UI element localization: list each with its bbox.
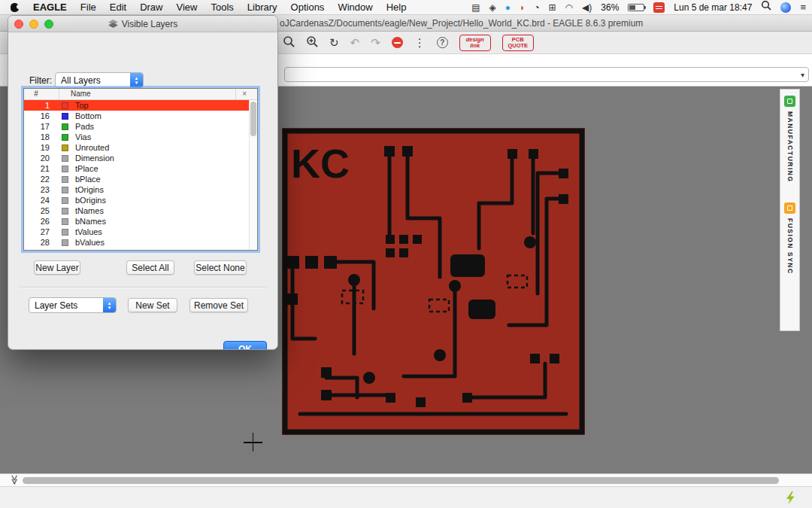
bPlace[interactable]: 22 bPlace	[24, 174, 249, 184]
tOrigins[interactable]: 23 tOrigins	[24, 184, 249, 195]
divider	[19, 287, 267, 288]
app-menu-eagle[interactable]: EAGLE	[26, 0, 74, 15]
volume-icon[interactable]: ◀)	[582, 0, 592, 15]
siri-icon[interactable]	[780, 2, 791, 13]
teal-app-icon[interactable]: ●	[505, 0, 511, 15]
wifi-icon[interactable]: ◠	[565, 0, 573, 15]
layer-color-swatch[interactable]	[62, 123, 68, 130]
clock-icon[interactable]: ◔	[534, 0, 539, 15]
layer-color-swatch[interactable]	[62, 239, 68, 246]
filter-dropdown[interactable]: All Layers ▲▼	[55, 72, 144, 88]
menu-item[interactable]: Draw	[133, 0, 169, 15]
tNames[interactable]: 25 tNames	[24, 205, 249, 216]
dropbox-icon[interactable]: ◈	[489, 0, 496, 15]
table-header: # Name ×	[24, 89, 257, 100]
zoom-fit-icon[interactable]	[283, 35, 295, 50]
layer-color-swatch[interactable]	[62, 113, 68, 120]
layer-color-swatch[interactable]	[62, 155, 68, 162]
menu-item[interactable]: Tools	[204, 0, 240, 15]
column-name[interactable]: Name	[71, 90, 91, 98]
Dimension[interactable]: 20 Dimension	[24, 153, 249, 163]
side-tab-label: FUSION SYNC	[786, 218, 794, 275]
column-divider	[59, 89, 59, 99]
Unrouted[interactable]: 19 Unrouted	[24, 142, 249, 153]
bOrigins[interactable]: 24 bOrigins	[24, 195, 249, 205]
help-icon[interactable]: ?	[437, 37, 448, 48]
more-tools-icon[interactable]: ≫	[9, 475, 20, 485]
layer-name: Pads	[75, 122, 94, 131]
layer-color-swatch[interactable]	[62, 187, 68, 193]
pcb-quote-button[interactable]: PCB QUOTE	[502, 35, 534, 51]
layer-color-swatch[interactable]	[62, 229, 68, 236]
remove-set-button[interactable]: Remove Set	[189, 298, 248, 312]
Vias[interactable]: 18 Vias	[24, 132, 249, 142]
menu-item[interactable]: View	[170, 0, 205, 15]
layer-sets-dropdown[interactable]: Layer Sets ▲▼	[29, 297, 117, 313]
new-layer-button[interactable]: New Layer	[34, 260, 80, 275]
control-center-icon[interactable]: ≡	[800, 0, 806, 15]
grid-icon[interactable]: ⊞	[549, 0, 556, 15]
calendar-icon[interactable]	[653, 2, 665, 13]
chevron-down-icon[interactable]: ▾	[801, 71, 804, 79]
layer-color-swatch[interactable]	[62, 134, 68, 141]
layer-color-swatch[interactable]	[62, 176, 68, 183]
layer-color-swatch[interactable]	[62, 250, 68, 251]
search-icon[interactable]	[761, 0, 771, 15]
new-set-button[interactable]: New Set	[128, 298, 177, 312]
tab-manufacturing[interactable]: MANUFACTURING	[784, 96, 795, 183]
layer-color-swatch[interactable]	[62, 208, 68, 214]
apple-icon[interactable]	[11, 3, 19, 12]
menu-item[interactable]: Edit	[103, 0, 133, 15]
redo-icon[interactable]: ↷	[371, 37, 380, 48]
tStop[interactable]: 29 tStop	[24, 248, 249, 250]
redraw-icon[interactable]: ↻	[329, 37, 339, 48]
bNames[interactable]: 26 bNames	[24, 216, 249, 227]
command-combobox[interactable]: ▾	[284, 67, 809, 82]
menu-clock[interactable]: Lun 5 de mar 18:47	[674, 0, 752, 15]
red-app-icon[interactable]: ◗	[520, 0, 525, 15]
layer-color-swatch[interactable]	[62, 144, 68, 151]
side-tab-icon	[784, 202, 795, 214]
zoom-in-icon[interactable]	[306, 35, 318, 50]
dialog-title-bar[interactable]: Visible Layers	[8, 16, 277, 32]
tab-fusion-sync[interactable]: FUSION SYNC	[784, 202, 795, 275]
column-number[interactable]: #	[24, 90, 48, 98]
stop-icon[interactable]	[392, 37, 403, 48]
select-all-button[interactable]: Select All	[126, 260, 174, 275]
pcb-board[interactable]: KC	[282, 128, 585, 435]
menu-item[interactable]: Window	[331, 0, 379, 15]
layer-number: 1	[24, 101, 50, 110]
lightning-icon[interactable]	[785, 491, 795, 507]
menu-item[interactable]: Help	[380, 0, 414, 15]
tPlace[interactable]: 21 tPlace	[24, 163, 249, 174]
more-options-icon[interactable]: ⋮	[414, 37, 426, 48]
Bottom[interactable]: 16 Bottom	[24, 111, 249, 121]
header-close-icon[interactable]: ×	[242, 90, 247, 98]
list-scrollbar[interactable]	[249, 100, 257, 250]
layer-color-swatch[interactable]	[62, 166, 68, 172]
layers-icon	[108, 20, 118, 28]
tValues[interactable]: 27 tValues	[24, 227, 249, 237]
layer-number: 25	[24, 206, 50, 215]
Top[interactable]: 1 Top	[24, 100, 249, 111]
layer-number: 20	[24, 154, 50, 163]
ok-button[interactable]: OK	[223, 341, 267, 350]
undo-icon[interactable]: ↶	[350, 37, 360, 48]
horizontal-scrollbar[interactable]	[0, 473, 812, 486]
display-icon[interactable]: ▤	[471, 0, 480, 15]
layer-table[interactable]: # Name × 1 Top	[23, 88, 258, 251]
layer-color-swatch[interactable]	[62, 197, 68, 204]
visible-layers-dialog: Visible Layers Filter: All Layers ▲▼ # N…	[8, 15, 278, 350]
layer-color-swatch[interactable]	[62, 102, 68, 109]
menu-item[interactable]: Library	[241, 0, 284, 15]
bValues[interactable]: 28 bValues	[24, 237, 249, 248]
layer-color-swatch[interactable]	[62, 218, 68, 225]
column-divider	[235, 89, 236, 99]
select-none-button[interactable]: Select None	[194, 260, 247, 275]
scrollbar-thumb[interactable]	[23, 477, 779, 484]
Pads[interactable]: 17 Pads	[24, 121, 249, 132]
design-link-button[interactable]: design link	[459, 35, 491, 51]
list-scrollbar-thumb[interactable]	[250, 102, 256, 136]
menu-item[interactable]: File	[74, 0, 103, 15]
menu-item[interactable]: Options	[284, 0, 332, 15]
